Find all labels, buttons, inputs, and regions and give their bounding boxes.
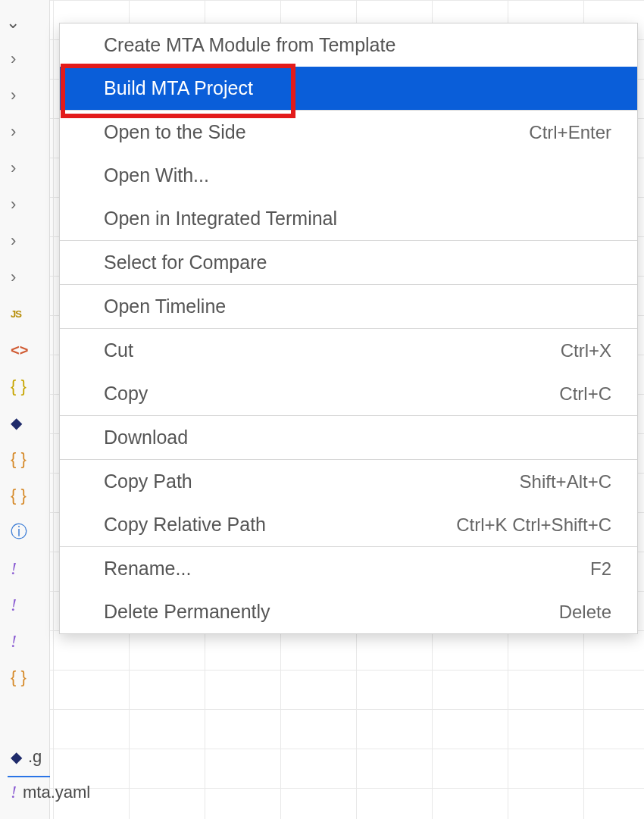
chevron-down-icon[interactable]: ⌄ — [0, 5, 49, 41]
chevron-right-icon[interactable]: › — [0, 259, 49, 295]
menu-shortcut: Delete — [559, 602, 611, 623]
json-file-icon: { } — [0, 368, 49, 405]
menu-label: Select for Compare — [104, 252, 267, 274]
json-file-icon: { } — [0, 477, 49, 514]
xml-file-icon: <> — [0, 332, 49, 368]
menu-label: Open Timeline — [104, 295, 226, 317]
menu-open-with[interactable]: Open With... — [60, 154, 637, 197]
menu-copy-path[interactable]: Copy Path Shift+Alt+C — [60, 460, 637, 503]
menu-label: Copy — [104, 383, 148, 405]
yaml-file-icon: ! — [11, 782, 17, 802]
menu-shortcut: Ctrl+C — [559, 383, 611, 405]
json-file-icon: { } — [0, 441, 49, 477]
menu-open-timeline[interactable]: Open Timeline — [60, 285, 637, 328]
yaml-file-icon: ! — [0, 550, 49, 586]
menu-shortcut: Ctrl+K Ctrl+Shift+C — [456, 514, 611, 536]
menu-label: Create MTA Module from Template — [104, 34, 395, 56]
file-label: mta.yaml — [23, 783, 90, 802]
info-icon: ⓘ — [0, 514, 49, 550]
chevron-right-icon[interactable]: › — [0, 41, 49, 77]
chevron-right-icon[interactable]: › — [0, 223, 49, 259]
menu-label: Build MTA Project — [104, 77, 253, 99]
menu-label: Open to the Side — [104, 121, 246, 143]
yaml-file-icon: ! — [0, 623, 49, 659]
diamond-icon: ◆ — [11, 748, 22, 766]
menu-copy-relative-path[interactable]: Copy Relative Path Ctrl+K Ctrl+Shift+C — [60, 503, 637, 546]
yaml-file-icon: ! — [0, 586, 49, 623]
menu-label: Copy Path — [104, 470, 192, 492]
menu-open-to-side[interactable]: Open to the Side Ctrl+Enter — [60, 111, 637, 154]
file-item-mta-yaml[interactable]: ! mta.yaml — [11, 782, 90, 802]
menu-shortcut: Ctrl+Enter — [529, 122, 611, 143]
menu-label: Open in Integrated Terminal — [104, 208, 337, 230]
menu-label: Delete Permanently — [104, 601, 270, 623]
chevron-right-icon[interactable]: › — [0, 150, 49, 186]
chevron-right-icon[interactable]: › — [0, 114, 49, 150]
diamond-icon: ◆ — [0, 405, 49, 441]
menu-label: Copy Relative Path — [104, 514, 266, 536]
chevron-right-icon[interactable]: › — [0, 77, 49, 114]
context-menu: Create MTA Module from Template Build MT… — [59, 23, 638, 634]
active-file-indicator — [8, 776, 50, 777]
chevron-right-icon[interactable]: › — [0, 186, 49, 223]
menu-label: Open With... — [104, 164, 209, 186]
menu-create-mta-module[interactable]: Create MTA Module from Template — [60, 23, 637, 67]
explorer-gutter: ⌄ › › › › › › › JS <> { } ◆ { } { } ⓘ ! … — [0, 0, 50, 819]
menu-shortcut: Shift+Alt+C — [520, 471, 611, 492]
menu-copy[interactable]: Copy Ctrl+C — [60, 372, 637, 415]
file-label: .g — [28, 747, 42, 767]
menu-shortcut: Ctrl+X — [561, 340, 611, 361]
menu-select-for-compare[interactable]: Select for Compare — [60, 241, 637, 284]
menu-delete-permanently[interactable]: Delete Permanently Delete — [60, 590, 637, 633]
menu-rename[interactable]: Rename... F2 — [60, 547, 637, 590]
menu-shortcut: F2 — [590, 558, 611, 580]
js-file-icon: JS — [0, 295, 49, 332]
menu-label: Rename... — [104, 558, 191, 580]
menu-open-terminal[interactable]: Open in Integrated Terminal — [60, 197, 637, 240]
menu-build-mta-project[interactable]: Build MTA Project — [60, 67, 637, 110]
menu-label: Download — [104, 427, 188, 449]
menu-download[interactable]: Download — [60, 416, 637, 459]
file-item-gitignore[interactable]: ◆ .g — [11, 747, 42, 767]
menu-label: Cut — [104, 339, 133, 361]
json-file-icon: { } — [0, 659, 49, 696]
menu-cut[interactable]: Cut Ctrl+X — [60, 329, 637, 372]
